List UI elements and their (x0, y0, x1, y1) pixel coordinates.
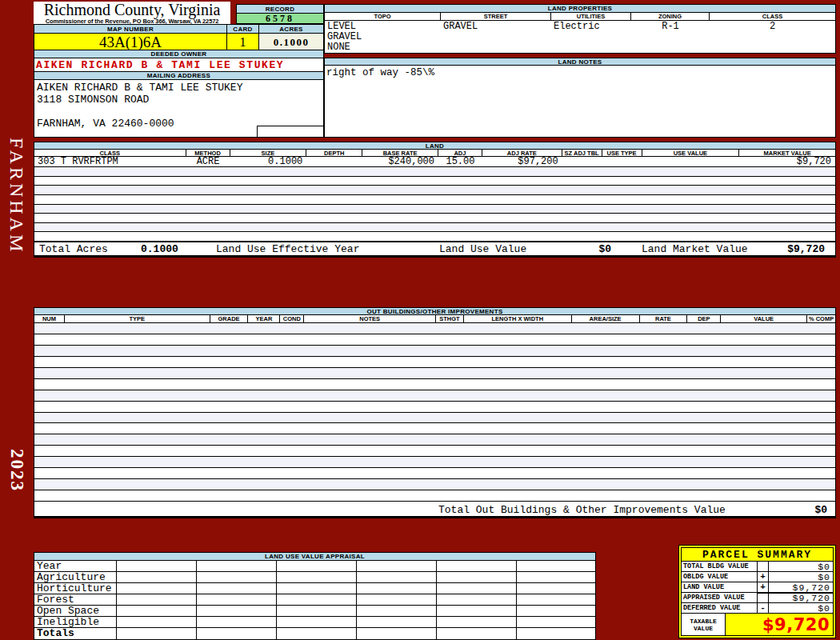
out-buildings-column-header: LENGTH X WIDTH (464, 315, 572, 322)
parcel-summary-operator: - (758, 603, 769, 614)
land-empty-row (34, 214, 835, 223)
land-use-cell (357, 617, 437, 627)
land-empty-row (34, 177, 835, 186)
out-buildings-total-row: Total Out Buildings & Other Improvements… (34, 501, 835, 518)
land-use-row-totals: Totals (34, 628, 595, 639)
map-number-column: MAP NUMBER 43A(1)6A (34, 25, 227, 51)
taxable-value-label: TAXABLE VALUE (682, 614, 726, 635)
out-buildings-column-header: COND (280, 315, 304, 322)
parcel-summary-row-value: $9,720 (769, 593, 833, 603)
land-use-cell (517, 561, 595, 571)
land-empty-row (34, 205, 835, 214)
land-data-cell: 15.00 (438, 157, 482, 166)
land-use-cell (437, 583, 517, 594)
street-column-header: STREET (441, 13, 551, 20)
land-data-cell (602, 157, 642, 166)
land-table: LAND CLASSMETHODSIZEDEPTHBASE RATEADJADJ… (34, 142, 836, 242)
map-number-value: 43A(1)6A (34, 34, 226, 51)
parcel-summary-operator (758, 562, 769, 572)
out-buildings-column-header: AREA/SIZE (572, 315, 640, 322)
land-use-cell (517, 606, 595, 616)
land-data-cell: 303 T RVRFRTPM (34, 157, 186, 166)
class-column-header: CLASS (710, 13, 835, 20)
land-use-cell (437, 628, 517, 639)
land-empty-row (34, 186, 835, 195)
land-totals-row: Total Acres 0.1000 Land Use Effective Ye… (34, 241, 836, 258)
taxable-value: $9,720 (726, 614, 833, 635)
topo-column-header: TOPO (325, 13, 441, 20)
land-notes-text: right of way -85\% (325, 66, 835, 78)
out-buildings-empty-row (34, 323, 835, 334)
card-column: CARD 1 (227, 25, 259, 51)
land-empty-row (34, 195, 835, 205)
land-notes-panel: LAND NOTES right of way -85\% (324, 58, 836, 138)
land-table-data-row: 303 T RVRFRTPMACRE0.1000$240,00015.00$97… (34, 157, 835, 167)
out-buildings-empty-row (34, 468, 835, 479)
land-use-value-label: Land Use Value (439, 243, 526, 255)
land-use-cell (277, 606, 357, 616)
zoning-value: R-1 (631, 21, 710, 53)
land-column-header: METHOD (186, 150, 230, 156)
land-data-cell: ACRE (186, 157, 230, 166)
land-use-row-label: Year (34, 561, 117, 571)
land-use-cell (117, 617, 197, 627)
deeded-owner-label: DEEDED OWNER (34, 50, 323, 58)
out-buildings-empty-row (34, 334, 835, 346)
out-buildings-column-header: YEAR (248, 315, 280, 322)
out-buildings-total-label: Total Out Buildings & Other Improvements… (438, 504, 726, 516)
land-use-value: $0 (598, 243, 611, 255)
county-title: Richmond County, Virginia (34, 2, 230, 18)
land-use-cell (357, 606, 437, 616)
record-box: RECORD 6578 (236, 4, 324, 24)
land-use-cell (437, 572, 517, 582)
parcel-summary-row-label: APPRAISED VALUE (682, 593, 758, 603)
out-buildings-empty-row (34, 434, 835, 446)
out-buildings-table: OUT BUILDINGS/OTHER IMPROVEMENTS NUMTYPE… (34, 307, 836, 518)
land-table-empty-rows (34, 167, 835, 241)
land-data-cell (642, 157, 739, 166)
out-buildings-empty-row (34, 457, 835, 468)
land-use-cell (117, 572, 197, 582)
out-buildings-empty-row (34, 413, 835, 424)
land-use-appraisal-table: LAND USE VALUE APPRAISAL YearAgriculture… (34, 552, 596, 640)
parcel-summary-row-label: LAND VALUE (682, 582, 758, 593)
out-buildings-empty-row (34, 379, 835, 390)
land-column-header: MARKET VALUE (739, 150, 835, 156)
parcel-summary-row: TOTAL BLDG VALUE$0 (682, 562, 833, 572)
land-use-cell (117, 561, 197, 571)
land-column-header: CLASS (34, 150, 186, 156)
out-buildings-column-header: GRADE (210, 315, 249, 322)
out-buildings-column-header: VALUE (721, 315, 807, 322)
land-use-cell (277, 583, 357, 594)
land-empty-row (34, 232, 835, 241)
total-acres-label: Total Acres (39, 243, 108, 255)
land-use-cell (277, 572, 357, 582)
map-number-label: MAP NUMBER (34, 25, 226, 34)
parcel-summary-row-label: TOTAL BLDG VALUE (682, 562, 758, 572)
parcel-summary-row-value: $9,720 (769, 582, 833, 593)
land-use-cell (437, 594, 517, 605)
land-column-header: BASE RATE (362, 150, 438, 156)
land-use-cell (197, 594, 277, 605)
parcel-summary-operator: + (758, 582, 769, 593)
address-line (37, 106, 323, 118)
account-box: ACCOUNT 20062 (257, 126, 324, 138)
land-use-cell (197, 561, 277, 571)
district-vertical-label: FARNHAM (6, 138, 27, 254)
land-use-cell (357, 594, 437, 605)
land-properties-values: LEVEL GRAVEL NONE GRAVEL Electric R-1 2 (325, 21, 835, 53)
street-value: GRAVEL (441, 21, 551, 53)
land-use-cell (117, 583, 197, 594)
land-data-cell (562, 157, 602, 166)
utilities-value: Electric (551, 21, 631, 53)
land-data-cell (306, 157, 362, 166)
parcel-summary-row: DEFERRED VALUE-$0 (682, 603, 833, 614)
county-header: Richmond County, Virginia Commissioner o… (34, 2, 230, 24)
land-empty-row (34, 167, 835, 177)
card-label: CARD (227, 25, 258, 34)
land-use-row-label: Open Space (34, 606, 117, 616)
out-buildings-total-value: $0 (814, 504, 827, 516)
land-use-row-horticulture: Horticulture (34, 583, 595, 594)
land-use-cell (117, 628, 197, 639)
parcel-summary-row-value: $0 (769, 572, 833, 582)
